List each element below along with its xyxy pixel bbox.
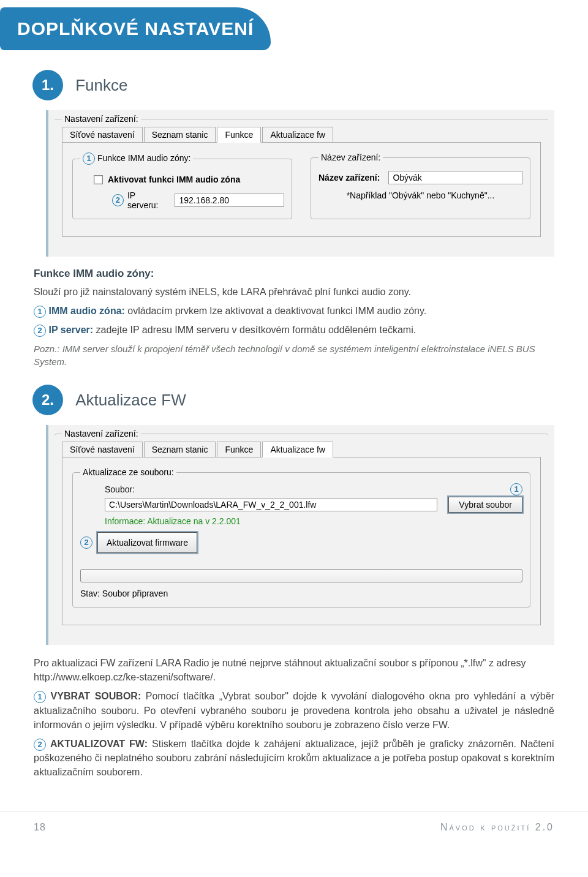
s1-intro-title: Funkce IMM audio zóny: bbox=[34, 268, 554, 280]
inline-mark-1a: 1 bbox=[34, 306, 46, 318]
s1-note-label: Pozn.: bbox=[34, 344, 62, 354]
browse-file-button[interactable]: Vybrat soubor bbox=[448, 497, 522, 513]
s1-note-text: IMM server slouží k propojení téměř všec… bbox=[34, 344, 535, 367]
fw-info-line: Informace: Aktualizace na v 2.2.001 bbox=[105, 516, 522, 526]
tab-network-1[interactable]: Síťové nastavení bbox=[62, 127, 143, 142]
file-label: Soubor: bbox=[105, 484, 135, 494]
device-name-input[interactable] bbox=[388, 171, 522, 184]
tab-stations-2[interactable]: Seznam stanic bbox=[144, 442, 216, 457]
group-fw-legend: Aktualizace ze souboru: bbox=[80, 467, 176, 477]
s1-b2-bold: IP server: bbox=[48, 325, 93, 335]
s1-b1-bold: IMM audio zóna: bbox=[48, 306, 124, 316]
tab-functions-1[interactable]: Funkce bbox=[217, 127, 261, 143]
group-fw-file: Aktualizace ze souboru: Soubor: 1 Vybrat… bbox=[72, 467, 530, 608]
tab-functions-2[interactable]: Funkce bbox=[217, 442, 261, 457]
s2-b1-bold: VYBRAT SOUBOR: bbox=[51, 691, 141, 701]
status-label: Stav: bbox=[80, 589, 102, 598]
device-name-label: Název zařízení: bbox=[318, 173, 380, 183]
s1-b2-text: zadejte IP adresu IMM serveru v desítkov… bbox=[93, 325, 416, 335]
inline-mark-1b: 1 bbox=[34, 691, 46, 703]
tab-network-2[interactable]: Síťové nastavení bbox=[62, 442, 143, 457]
group-imm-legend: Funkce IMM audio zóny: bbox=[97, 153, 191, 163]
tab-fwupdate-1[interactable]: Aktualizace fw bbox=[262, 127, 333, 142]
status-value: Soubor připraven bbox=[102, 589, 168, 598]
progress-bar bbox=[80, 569, 522, 582]
footer-right: Návod k použití 2.0 bbox=[440, 822, 554, 833]
section-1-title: Funkce bbox=[75, 76, 127, 95]
callout-2b: 2 bbox=[80, 536, 92, 549]
inline-mark-2a: 2 bbox=[34, 325, 46, 337]
checkbox-imm-label: Aktivovat funkci IMM audio zóna bbox=[108, 175, 240, 184]
file-path-input[interactable] bbox=[105, 498, 437, 511]
tab-fwupdate-2[interactable]: Aktualizace fw bbox=[262, 442, 333, 457]
section-2-title: Aktualizace FW bbox=[75, 391, 186, 410]
ip-server-label: IP serveru: bbox=[127, 190, 166, 210]
ip-server-input[interactable] bbox=[175, 194, 284, 207]
s2-b2-bold: AKTUALIZOVAT FW: bbox=[50, 739, 148, 749]
inline-mark-2b: 2 bbox=[34, 739, 46, 751]
page-title-banner: DOPLŇKOVÉ NASTAVENÍ bbox=[0, 7, 271, 50]
s1-b1-text: ovládacím prvkem lze aktivovat a deaktiv… bbox=[125, 306, 426, 316]
group-device-legend: Název zařízení: bbox=[318, 152, 383, 162]
update-firmware-button[interactable]: Aktualizovat firmware bbox=[97, 532, 197, 553]
callout-1b: 1 bbox=[510, 483, 522, 495]
section-1-badge: 1. bbox=[34, 71, 62, 99]
page-number: 18 bbox=[34, 822, 46, 833]
device-name-hint: *Například "Obývák" nebo "Kuchyně"... bbox=[318, 190, 522, 200]
device-settings-legend-2: Nastavení zařízení: bbox=[62, 429, 141, 438]
tab-stations-1[interactable]: Seznam stanic bbox=[144, 127, 216, 142]
device-settings-legend-1: Nastavení zařízení: bbox=[62, 114, 141, 124]
group-device-name: Název zařízení: Název zařízení: *Napříkl… bbox=[311, 152, 530, 219]
group-imm-audio: 1 Funkce IMM audio zóny: Aktivovat funkc… bbox=[72, 152, 292, 219]
s2-para1: Pro aktualizaci FW zařízení LARA Radio j… bbox=[34, 656, 554, 684]
checkbox-imm-activate[interactable] bbox=[94, 175, 103, 184]
section-2-badge: 2. bbox=[34, 386, 62, 414]
callout-1a: 1 bbox=[83, 152, 95, 165]
callout-2a: 2 bbox=[112, 194, 124, 206]
s1-intro-text: Slouží pro již nainstalovaný systém iNEL… bbox=[34, 285, 554, 299]
